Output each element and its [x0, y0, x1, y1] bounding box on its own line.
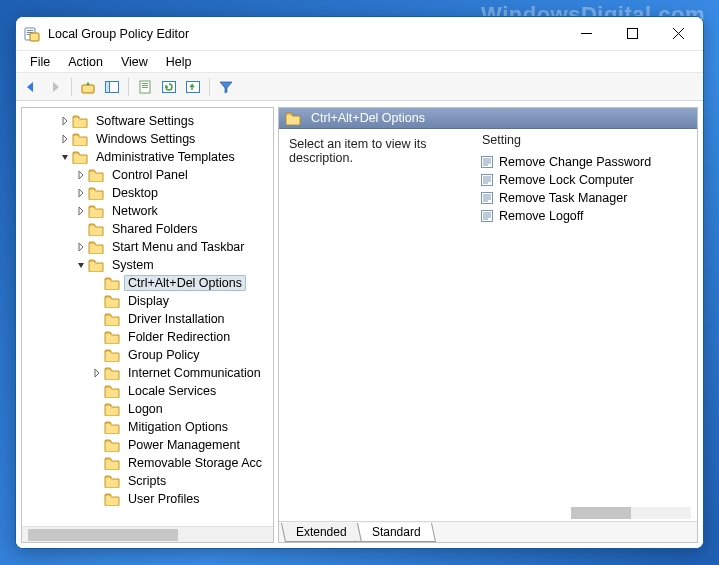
up-button[interactable] — [77, 76, 99, 98]
chevron-right-icon[interactable] — [74, 186, 88, 200]
tree-item-label: Display — [124, 294, 173, 308]
setting-item[interactable]: Remove Change Password — [474, 153, 697, 171]
policy-icon — [480, 173, 494, 187]
export-button[interactable] — [182, 76, 204, 98]
tree-item-label: Software Settings — [92, 114, 198, 128]
folder-icon — [88, 186, 104, 200]
chevron-right-icon[interactable] — [58, 132, 72, 146]
tree-item[interactable]: Administrative Templates — [26, 148, 271, 166]
tree-view[interactable]: Software SettingsWindows SettingsAdminis… — [22, 108, 273, 526]
svg-rect-15 — [482, 157, 493, 168]
tree-item[interactable]: System — [26, 256, 271, 274]
tab-extended[interactable]: Extended — [281, 523, 362, 542]
setting-item[interactable]: Remove Logoff — [474, 207, 697, 225]
tree-item-label: System — [108, 258, 158, 272]
menu-view[interactable]: View — [113, 53, 156, 71]
toolbar — [16, 73, 703, 101]
body: Software SettingsWindows SettingsAdminis… — [16, 101, 703, 548]
chevron-right-icon[interactable] — [58, 114, 72, 128]
tree-item-label: Logon — [124, 402, 167, 416]
column-header-setting[interactable]: Setting — [474, 129, 697, 151]
tree-item[interactable]: Software Settings — [26, 112, 271, 130]
folder-icon — [72, 150, 88, 164]
svg-rect-20 — [482, 175, 493, 186]
tree-item[interactable]: Mitigation Options — [26, 418, 271, 436]
menu-action[interactable]: Action — [60, 53, 111, 71]
chevron-right-icon[interactable] — [74, 168, 88, 182]
tree-item[interactable]: Driver Installation — [26, 310, 271, 328]
list-hscroll-thumb[interactable] — [571, 507, 631, 519]
minimize-button[interactable] — [563, 19, 609, 49]
app-icon — [24, 26, 40, 42]
setting-label: Remove Logoff — [499, 209, 584, 223]
tree-hscroll-thumb[interactable] — [28, 529, 178, 541]
tree-item-label: Mitigation Options — [124, 420, 232, 434]
folder-icon — [104, 456, 120, 470]
svg-rect-13 — [163, 81, 176, 92]
chevron-right-icon[interactable] — [74, 240, 88, 254]
svg-rect-29 — [483, 201, 488, 202]
tree-item[interactable]: Start Menu and Taskbar — [26, 238, 271, 256]
filter-button[interactable] — [215, 76, 237, 98]
folder-icon — [72, 114, 88, 128]
tree-item[interactable]: Folder Redirection — [26, 328, 271, 346]
tree-item[interactable]: Control Panel — [26, 166, 271, 184]
chevron-down-icon[interactable] — [58, 150, 72, 164]
tree-item[interactable]: Logon — [26, 400, 271, 418]
menu-help[interactable]: Help — [158, 53, 200, 71]
svg-rect-6 — [82, 85, 94, 93]
list-hscrollbar[interactable] — [474, 505, 697, 521]
tree-hscrollbar[interactable] — [22, 526, 273, 542]
setting-label: Remove Lock Computer — [499, 173, 634, 187]
tree-item[interactable]: Locale Services — [26, 382, 271, 400]
tree-item[interactable]: Internet Communication — [26, 364, 271, 382]
tree-item-label: Ctrl+Alt+Del Options — [124, 275, 246, 291]
maximize-button[interactable] — [609, 19, 655, 49]
tree-item[interactable]: Ctrl+Alt+Del Options — [26, 274, 271, 292]
folder-icon — [104, 420, 120, 434]
chevron-down-icon[interactable] — [74, 258, 88, 272]
tree-item-label: Driver Installation — [124, 312, 229, 326]
policy-icon — [480, 155, 494, 169]
svg-rect-12 — [142, 87, 148, 88]
tree-item-label: Removable Storage Acc — [124, 456, 266, 470]
chevron-right-icon[interactable] — [74, 204, 88, 218]
svg-rect-17 — [483, 161, 491, 162]
tree-item-label: Folder Redirection — [124, 330, 234, 344]
back-button[interactable] — [20, 76, 42, 98]
tree-item[interactable]: Shared Folders — [26, 220, 271, 238]
tree-item[interactable]: Windows Settings — [26, 130, 271, 148]
tree-item[interactable]: Group Policy — [26, 346, 271, 364]
svg-rect-19 — [483, 165, 488, 166]
settings-list[interactable]: Remove Change PasswordRemove Lock Comput… — [474, 151, 697, 505]
tree-item[interactable]: Desktop — [26, 184, 271, 202]
svg-rect-4 — [30, 33, 39, 41]
forward-button[interactable] — [44, 76, 66, 98]
chevron-right-icon[interactable] — [90, 366, 104, 380]
tree-item-label: Administrative Templates — [92, 150, 239, 164]
tree-item-label: Group Policy — [124, 348, 204, 362]
tree-item[interactable]: Removable Storage Acc — [26, 454, 271, 472]
svg-rect-34 — [483, 219, 488, 220]
folder-icon — [104, 348, 120, 362]
titlebar[interactable]: Local Group Policy Editor — [16, 17, 703, 51]
setting-item[interactable]: Remove Lock Computer — [474, 171, 697, 189]
close-button[interactable] — [655, 19, 701, 49]
refresh-button[interactable] — [158, 76, 180, 98]
properties-button[interactable] — [134, 76, 156, 98]
tree-item[interactable]: Display — [26, 292, 271, 310]
setting-item[interactable]: Remove Task Manager — [474, 189, 697, 207]
tab-standard[interactable]: Standard — [357, 523, 436, 542]
tree-item[interactable]: Scripts — [26, 472, 271, 490]
svg-rect-14 — [187, 81, 200, 92]
tree-item[interactable]: User Profiles — [26, 490, 271, 508]
tree-item-label: Power Management — [124, 438, 244, 452]
tree-item[interactable]: Power Management — [26, 436, 271, 454]
svg-rect-8 — [106, 81, 110, 92]
show-hide-tree-button[interactable] — [101, 76, 123, 98]
tree-item[interactable]: Network — [26, 202, 271, 220]
settings-list-panel: Setting Remove Change PasswordRemove Loc… — [474, 129, 697, 521]
menu-file[interactable]: File — [22, 53, 58, 71]
svg-rect-23 — [483, 181, 491, 182]
tree-item-label: Internet Communication — [124, 366, 265, 380]
